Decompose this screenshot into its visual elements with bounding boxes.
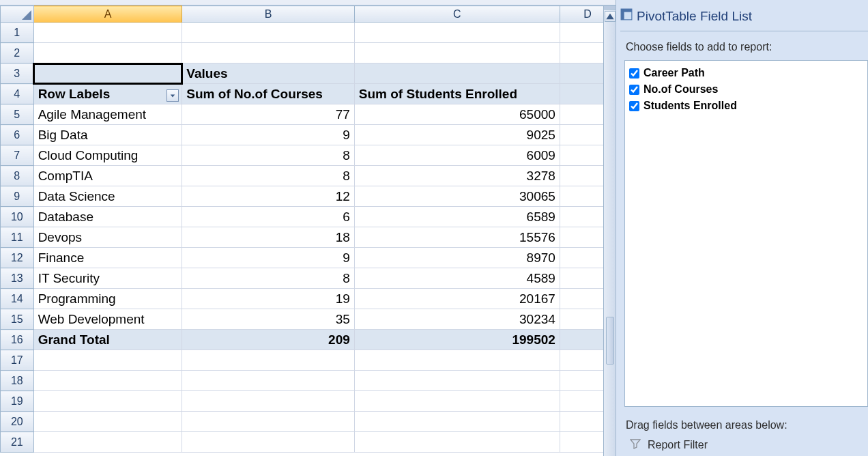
cell-A6[interactable]: Big Data	[33, 125, 182, 145]
cell-A18[interactable]	[33, 371, 182, 391]
area-report-filter[interactable]: Report Filter	[620, 437, 868, 456]
cell-A1[interactable]	[33, 23, 182, 43]
cell-C5[interactable]: 65000	[354, 104, 560, 125]
cell-B13[interactable]: 8	[182, 268, 354, 289]
cell-A7[interactable]: Cloud Computing	[33, 145, 182, 166]
cell-B20[interactable]	[182, 412, 354, 432]
cell-A12[interactable]: Finance	[33, 248, 182, 268]
cell-A21[interactable]	[33, 432, 182, 453]
select-all-corner[interactable]	[1, 6, 34, 23]
cell-A4[interactable]: Row Labels	[33, 84, 182, 104]
row-header-7[interactable]: 7	[1, 145, 34, 166]
cell-A13[interactable]: IT Security	[33, 268, 182, 289]
split-handle[interactable]	[604, 5, 616, 10]
row-header-12[interactable]: 12	[1, 248, 34, 268]
row-header-20[interactable]: 20	[1, 412, 34, 432]
cell-B2[interactable]	[182, 43, 354, 63]
col-header-C[interactable]: C	[354, 6, 560, 23]
cell-A11[interactable]: Devops	[33, 227, 182, 248]
cell-B21[interactable]	[182, 432, 354, 453]
cell-B6[interactable]: 9	[182, 125, 354, 145]
col-header-A[interactable]: A	[33, 6, 182, 23]
scroll-thumb[interactable]	[606, 317, 614, 365]
cell-A5[interactable]: Agile Management	[33, 104, 182, 125]
cell-C17[interactable]	[354, 350, 560, 371]
row-header-16[interactable]: 16	[1, 330, 34, 350]
cell-A8[interactable]: CompTIA	[33, 166, 182, 186]
cell-A16[interactable]: Grand Total	[33, 330, 182, 350]
cell-B1[interactable]	[182, 23, 354, 43]
cell-A19[interactable]	[33, 391, 182, 412]
cell-A3[interactable]	[33, 63, 182, 84]
cell-A14[interactable]: Programming	[33, 289, 182, 309]
cell-C12[interactable]: 8970	[354, 248, 560, 268]
cell-B7[interactable]: 8	[182, 145, 354, 166]
cell-B11[interactable]: 18	[182, 227, 354, 248]
sheet-vertical-scrollbar[interactable]	[603, 5, 616, 456]
cell-A17[interactable]	[33, 350, 182, 371]
cell-C9[interactable]: 30065	[354, 186, 560, 207]
cell-C2[interactable]	[354, 43, 560, 63]
cell-C16[interactable]: 199502	[354, 330, 560, 350]
cell-B15[interactable]: 35	[182, 309, 354, 330]
cell-A9[interactable]: Data Science	[33, 186, 182, 207]
cell-C10[interactable]: 6589	[354, 207, 560, 227]
cell-C7[interactable]: 6009	[354, 145, 560, 166]
row-header-18[interactable]: 18	[1, 371, 34, 391]
row-header-11[interactable]: 11	[1, 227, 34, 248]
field-item-0[interactable]: Career Path	[628, 65, 865, 81]
cell-C8[interactable]: 3278	[354, 166, 560, 186]
cell-B12[interactable]: 9	[182, 248, 354, 268]
cell-B10[interactable]: 6	[182, 207, 354, 227]
cell-B3[interactable]: Values	[182, 63, 354, 84]
col-header-B[interactable]: B	[182, 6, 354, 23]
row-header-17[interactable]: 17	[1, 350, 34, 371]
cell-B4[interactable]: Sum of No.of Courses	[182, 84, 354, 104]
cell-B19[interactable]	[182, 391, 354, 412]
cell-C13[interactable]: 4589	[354, 268, 560, 289]
cell-B9[interactable]: 12	[182, 186, 354, 207]
row-header-13[interactable]: 13	[1, 268, 34, 289]
row-header-8[interactable]: 8	[1, 166, 34, 186]
cell-C14[interactable]: 20167	[354, 289, 560, 309]
cell-B16[interactable]: 209	[182, 330, 354, 350]
cell-C4[interactable]: Sum of Students Enrolled	[354, 84, 560, 104]
cell-B17[interactable]	[182, 350, 354, 371]
row-header-4[interactable]: 4	[1, 84, 34, 104]
cell-C20[interactable]	[354, 412, 560, 432]
field-item-1[interactable]: No.of Courses	[628, 81, 865, 98]
grid[interactable]: A B C D 123Values4Row LabelsSum of No.of…	[0, 5, 616, 456]
cell-B8[interactable]: 8	[182, 166, 354, 186]
row-header-15[interactable]: 15	[1, 309, 34, 330]
row-header-1[interactable]: 1	[1, 23, 34, 43]
cell-B5[interactable]: 77	[182, 104, 354, 125]
row-header-3[interactable]: 3	[1, 63, 34, 84]
cell-C19[interactable]	[354, 391, 560, 412]
row-header-21[interactable]: 21	[1, 432, 34, 453]
field-list[interactable]: Career PathNo.of CoursesStudents Enrolle…	[624, 60, 868, 407]
field-checkbox-0[interactable]	[629, 68, 639, 79]
cell-A15[interactable]: Web Development	[33, 309, 182, 330]
cell-A10[interactable]: Database	[33, 207, 182, 227]
cell-C3[interactable]	[354, 63, 560, 84]
row-header-10[interactable]: 10	[1, 207, 34, 227]
row-header-6[interactable]: 6	[1, 125, 34, 145]
cell-C15[interactable]: 30234	[354, 309, 560, 330]
cell-C6[interactable]: 9025	[354, 125, 560, 145]
cell-B18[interactable]	[182, 371, 354, 391]
field-checkbox-1[interactable]	[629, 85, 639, 95]
cell-A2[interactable]	[33, 43, 182, 63]
row-header-9[interactable]: 9	[1, 186, 34, 207]
row-header-2[interactable]: 2	[1, 43, 34, 63]
cell-A20[interactable]	[33, 412, 182, 432]
cell-C1[interactable]	[354, 23, 560, 43]
field-item-2[interactable]: Students Enrolled	[628, 98, 865, 114]
cell-B14[interactable]: 19	[182, 289, 354, 309]
row-labels-dropdown[interactable]	[167, 89, 179, 102]
row-header-19[interactable]: 19	[1, 391, 34, 412]
field-checkbox-2[interactable]	[629, 101, 639, 111]
row-header-5[interactable]: 5	[1, 104, 34, 125]
cell-C21[interactable]	[354, 432, 560, 453]
cell-C18[interactable]	[354, 371, 560, 391]
row-header-14[interactable]: 14	[1, 289, 34, 309]
